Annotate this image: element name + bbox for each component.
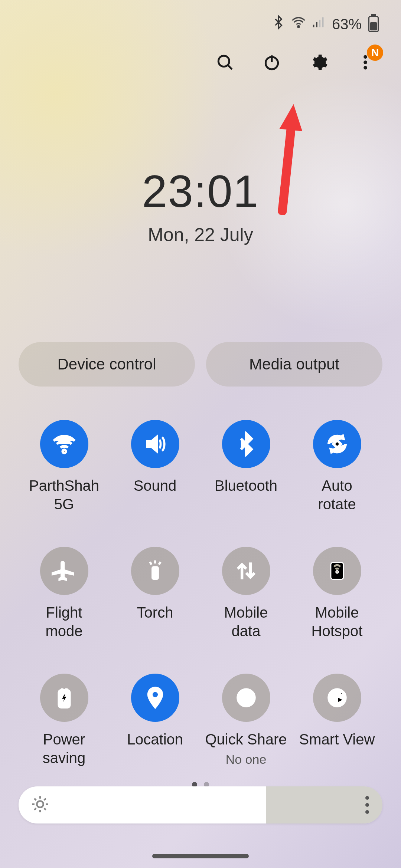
- signal-icon: [311, 15, 326, 33]
- tile-label: Location: [127, 730, 183, 749]
- menu-badge: N: [367, 45, 383, 61]
- tile-label: Sound: [134, 476, 177, 495]
- wifi-status-icon: [291, 15, 306, 33]
- tile-location[interactable]: Location: [110, 674, 200, 767]
- tile-powersaving[interactable]: Power saving: [19, 674, 110, 767]
- svg-line-12: [282, 123, 291, 211]
- tile-smartview[interactable]: Smart View: [291, 674, 382, 767]
- search-button[interactable]: [215, 52, 235, 73]
- svg-point-21: [336, 571, 338, 573]
- tile-label: Flight mode: [45, 603, 82, 640]
- svg-line-34: [35, 799, 36, 800]
- location-icon: [131, 674, 179, 722]
- torch-icon: [131, 547, 179, 595]
- powersaving-icon: [40, 674, 88, 722]
- svg-marker-13: [280, 103, 305, 131]
- flightmode-icon: [40, 547, 88, 595]
- brightness-slider[interactable]: [19, 786, 382, 823]
- brightness-options-button[interactable]: [365, 796, 369, 814]
- battery-icon: [368, 16, 379, 32]
- svg-line-35: [44, 808, 46, 810]
- tile-label: Auto rotate: [318, 476, 356, 513]
- tile-mobiledata[interactable]: Mobile data: [200, 547, 291, 640]
- power-button[interactable]: [261, 52, 282, 73]
- tile-label: Torch: [137, 603, 173, 622]
- tile-torch[interactable]: Torch: [110, 547, 200, 640]
- tile-hotspot[interactable]: Mobile Hotspot: [291, 547, 382, 640]
- tile-label: Mobile data: [224, 603, 268, 640]
- tile-label: Quick Share: [205, 730, 287, 749]
- svg-point-10: [363, 60, 367, 64]
- tile-flightmode[interactable]: Flight mode: [19, 547, 110, 640]
- svg-line-6: [228, 65, 232, 69]
- svg-line-36: [35, 808, 36, 810]
- quickshare-icon: [222, 674, 270, 722]
- sound-icon: [131, 420, 179, 468]
- bluetooth-icon: [271, 15, 286, 33]
- clock-block: 23:01 Mon, 22 July: [19, 165, 382, 246]
- tile-wifi[interactable]: ParthShah 5G: [19, 420, 110, 513]
- hotspot-icon: [313, 547, 361, 595]
- svg-point-0: [298, 26, 299, 27]
- wifi-icon: [40, 420, 88, 468]
- status-bar: 63%: [19, 0, 382, 48]
- device-control-label: Device control: [57, 355, 156, 373]
- gesture-nav-handle[interactable]: [152, 854, 249, 858]
- mobiledata-icon: [222, 547, 270, 595]
- svg-point-11: [363, 66, 367, 70]
- autorotate-icon: [313, 420, 361, 468]
- svg-point-9: [363, 55, 367, 59]
- bluetooth-icon: [222, 420, 270, 468]
- svg-rect-15: [333, 440, 340, 448]
- quick-settings-grid: ParthShah 5GSoundBluetoothAuto rotateFli…: [19, 420, 382, 767]
- settings-button[interactable]: [308, 52, 329, 73]
- tile-quickshare[interactable]: Quick ShareNo one: [200, 674, 291, 767]
- device-control-button[interactable]: Device control: [19, 342, 195, 387]
- tile-label: Power saving: [43, 730, 86, 767]
- tile-sound[interactable]: Sound: [110, 420, 200, 513]
- smartview-icon: [313, 674, 361, 722]
- panel-actions: N: [19, 52, 382, 73]
- tile-sublabel: No one: [226, 752, 267, 767]
- tile-label: Smart View: [299, 730, 375, 749]
- media-output-button[interactable]: Media output: [206, 342, 382, 387]
- clock-date: Mon, 22 July: [19, 224, 382, 246]
- control-pill-row: Device control Media output: [19, 342, 382, 387]
- tile-label: Bluetooth: [215, 476, 277, 495]
- tile-label: Mobile Hotspot: [312, 603, 363, 640]
- svg-line-18: [150, 562, 151, 565]
- tile-label: ParthShah 5G: [29, 476, 99, 513]
- svg-point-14: [62, 450, 66, 453]
- tile-autorotate[interactable]: Auto rotate: [291, 420, 382, 513]
- clock-time: 23:01: [19, 165, 382, 217]
- overflow-menu-button[interactable]: N: [355, 52, 376, 73]
- svg-rect-16: [152, 567, 158, 579]
- media-output-label: Media output: [249, 355, 339, 373]
- brightness-icon: [30, 795, 50, 815]
- battery-percent: 63%: [332, 16, 362, 33]
- svg-point-27: [340, 692, 343, 695]
- svg-point-29: [37, 801, 43, 807]
- tile-bluetooth[interactable]: Bluetooth: [200, 420, 291, 513]
- svg-line-37: [44, 799, 46, 800]
- svg-point-5: [218, 56, 229, 66]
- svg-line-19: [159, 562, 160, 565]
